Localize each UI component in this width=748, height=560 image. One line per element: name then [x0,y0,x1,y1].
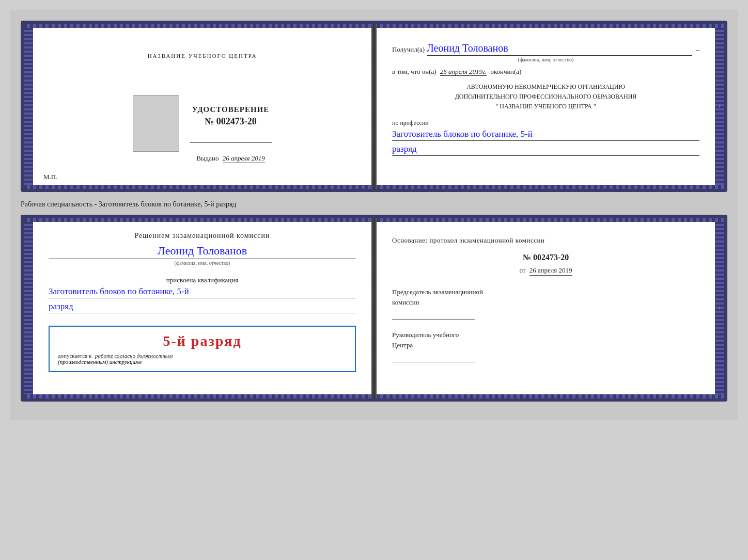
certificate-card-2: Решением экзаменационной комиссии Леонид… [21,215,727,402]
left-decorative-strip-2 [24,218,33,398]
stamp-box: 5-й разряд допускается к работе согласно… [49,326,356,372]
confirm-date: 26 апреля 2019г. [440,68,487,76]
specialty-label: Рабочая специальность - Заготовитель бло… [21,200,727,209]
qualification-value: Заготовитель блоков по ботанике, 5-й [49,286,356,298]
protocol-number: № 002473-20 [392,253,699,262]
instructions: (производственным) инструкциям [58,359,347,365]
allowed-text: допускается к [58,353,91,359]
strip-char-dash1: – [718,105,723,108]
strip-char2-dash3: – [668,307,674,310]
chairman-signature-line [392,309,475,319]
chairman-line1: Председатель экзаменационной [392,288,483,296]
right-page-1: Получил(а) Леонид Толованов – (фамилия, … [371,24,715,189]
strip-char2-arrow: ← [678,306,684,311]
strip-char2-dash6: – [639,307,645,310]
right-decorative-strip-1: – – и а ← – – – – [715,24,724,189]
confirm-prefix: в том, что он(а) [392,68,437,75]
strip-char2-a: а [688,307,694,309]
recipient-name-1: Леонид Толованов [427,42,692,56]
org-title-1: НАЗВАНИЕ УЧЕБНОГО ЦЕНТРА [148,53,257,59]
date-prefix: от [519,266,525,274]
head-line2: Центра [392,341,413,349]
chairman-line2: комиссии [392,298,419,306]
profession-value-1: Заготовитель блоков по ботанике, 5-й [392,129,699,141]
issued-line: Выдано 26 апреля 2019 [196,154,265,163]
em-dash-1: – [696,45,700,54]
strip-char2-dash1: – [718,307,723,310]
photo-placeholder [133,95,179,152]
fio-label-2: (фамилия, имя, отчество) [49,260,356,266]
qualification-label: присвоена квалификация [49,276,356,284]
stamp-allowed: допускается к работе согласно должностны… [58,353,347,359]
left-page-1: НАЗВАНИЕ УЧЕБНОГО ЦЕНТРА УДОСТОВЕРЕНИЕ №… [33,24,371,189]
commission-heading: Решением экзаменационной комиссии [49,230,356,241]
issued-prefix: Выдано [196,154,219,162]
head-title: Руководитель учебного Центра [392,330,699,350]
cert-number: № 002473-20 [205,116,257,127]
strip-char2-i: и [698,307,704,309]
rank-value2: разряд [49,301,356,313]
stamp-rank: 5-й разряд [58,333,347,349]
right-decorative-strip-2: – – и а ← – – – – [715,218,724,398]
recipient-prefix: Получил(а) [392,45,425,54]
org-line3: " НАЗВАНИЕ УЧЕБНОГО ЦЕНТРА " [392,102,699,111]
strip-char2-dash4: – [659,307,664,310]
rank-value-1: разряд [392,144,699,156]
org-line2: ДОПОЛНИТЕЛЬНОГО ПРОФЕССИОНАЛЬНОГО ОБРАЗО… [392,92,699,102]
cert-label: УДОСТОВЕРЕНИЕ [192,105,270,114]
head-section: Руководитель учебного Центра [392,330,699,364]
left-page-2: Решением экзаменационной комиссии Леонид… [33,218,371,398]
org-line1: АВТОНОМНУЮ НЕКОММЕРЧЕСКУЮ ОРГАНИЗАЦИЮ [392,82,699,92]
confirm-suffix: окончил(а) [490,68,521,75]
certificate-card-1: НАЗВАНИЕ УЧЕБНОГО ЦЕНТРА УДОСТОВЕРЕНИЕ №… [21,21,727,192]
page-wrapper: НАЗВАНИЕ УЧЕБНОГО ЦЕНТРА УДОСТОВЕРЕНИЕ №… [10,10,738,420]
org-block: АВТОНОМНУЮ НЕКОММЕРЧЕСКУЮ ОРГАНИЗАЦИЮ ДО… [392,82,699,112]
confirm-line: в том, что он(а) 26 апреля 2019г. окончи… [392,68,699,76]
left-decorative-strip-1 [24,24,33,189]
profession-label: по профессии [392,119,699,127]
protocol-date: 26 апреля 2019 [529,266,572,276]
person-name-large: Леонид Толованов [49,244,356,259]
head-line1: Руководитель учебного [392,331,459,339]
basis-line: Основание: протокол экзаменационной коми… [392,236,699,245]
strip-char2-dash2: – [708,307,713,310]
protocol-date-line: от 26 апреля 2019 [392,266,699,275]
strip-char2-dash5: – [649,307,654,310]
head-signature-line [392,352,475,362]
fio-label-1: (фамилия, имя, отчество) [392,57,699,62]
mp-label: М.П. [43,173,57,181]
issued-date: 26 апреля 2019 [223,154,265,163]
